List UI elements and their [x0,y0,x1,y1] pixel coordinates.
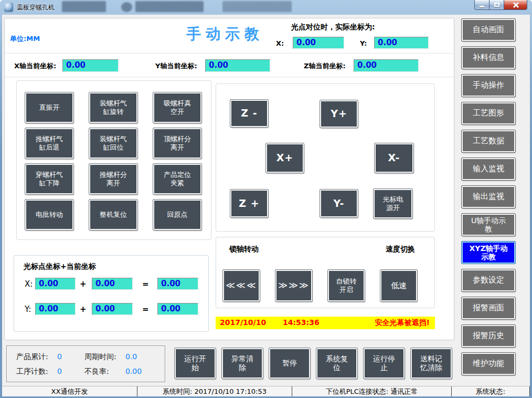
alarm-bar: 2017/10/10 14:53:36 安全光幕被遮挡! [216,317,435,329]
status-system-state: 系统状态: [452,386,530,396]
defect-rate-stat: 不良率:0.00 [84,367,142,376]
jog-z-plus-button[interactable]: Z + [230,190,268,217]
equals-sign: = [142,279,149,289]
screw-load-cylinder-rotate-button[interactable]: 装螺杆气 缸旋转 [89,92,137,123]
product-position-clamp-button[interactable]: 产品定位 夹紧 [153,164,201,194]
run-start-button[interactable]: 运行开 始 [175,348,216,379]
process-count-stat: 工序计数:0 [16,367,62,376]
top-screw-separate-open-button[interactable]: 顶螺杆分 离开 [153,128,201,159]
run-stop-button[interactable]: 运行停 止 [364,348,405,379]
product-total-label: 产品累计: [16,352,54,362]
screw-load-cylinder-return-button[interactable]: 装螺杆气 缸回位 [89,128,137,159]
sidebar-item-xyz-axis-teach[interactable]: XYZ轴手动 示教 [462,242,515,264]
electric-driver-rotate-button[interactable]: 电批转动 [25,200,73,230]
maximize-icon [494,3,499,7]
cursor-panel-title: 光标点坐标+当前坐标 [24,262,96,271]
screw-suction-vacuum-on-button[interactable]: 吸螺杆真 空开 [153,92,201,123]
cursor-coordinate-panel: 光标点坐标+当前坐标 X: 0.00 + 0.00 = 0.00 Y: 0.00… [14,255,209,332]
error-clear-button[interactable]: 异常清 除 [222,348,263,379]
z-axis-current-field: 0.00 [354,59,419,72]
minimize-button[interactable] [474,0,490,10]
cursor-y-a-field: 0.00 [35,303,76,315]
status-plc-connection: 下位机PLC连接状态: 通讯正常 [292,386,452,396]
cursor-y-b-field: 0.00 [92,303,133,315]
cycle-time-value: 0.0 [125,352,137,361]
close-icon [513,2,519,8]
manual-teach-panel: 单位:MM 手动示教 光点对位时，实际坐标为: X: 0.00 Y: 0.00 … [4,18,454,340]
cursor-x-b-field: 0.00 [92,278,133,290]
divider [5,53,454,54]
cycle-time-stat: 周期时间:0.0 [84,352,137,362]
self-lock-toggle-button[interactable]: 自锁转 开启 [328,270,365,301]
titlebar-ghost [135,1,204,12]
cursor-x-label: X: [25,279,33,289]
lock-axis-right-button[interactable]: ≫≫≫ [275,270,312,301]
plus-sign: + [80,279,87,289]
status-developer: XX通信开发 [2,386,137,396]
x-axis-current-label: X轴当前坐标: [14,61,56,71]
titlebar-ghost [62,1,106,12]
titlebar[interactable]: 盖板穿螺孔机 [0,0,532,15]
cursor-power-on-button[interactable]: 光标电 源开 [374,189,412,218]
lock-axis-title: 锁轴转动 [229,245,259,254]
sidebar-item-alarm-screen[interactable]: 报警画面 [462,297,515,319]
y-actual-field: 0.00 [374,37,429,49]
jog-y-minus-button[interactable]: Y- [320,190,358,217]
plus-sign: + [80,305,87,314]
straight-vibrator-on-button[interactable]: 直振开 [25,92,73,123]
sidebar-item-alarm-history[interactable]: 报警历史 [462,325,515,347]
sidebar-item-maintenance[interactable]: 维护功能 [462,353,515,375]
thread-screw-cylinder-down-button[interactable]: 穿螺杆气 缸下降 [25,164,73,194]
maximize-button[interactable] [490,0,504,10]
sidebar-item-output-monitor[interactable]: 输出监视 [462,186,515,208]
sidebar-item-process-data[interactable]: 工艺数据 [462,130,515,152]
alarm-message: 安全光幕被遮挡! [375,318,430,328]
minimize-icon [480,6,484,7]
defect-rate-value: 0.00 [125,367,142,375]
sidebar-item-u-axis-teach[interactable]: U轴手动示 教 [462,214,515,236]
sidebar-item-process-graphic[interactable]: 工艺图形 [462,102,515,124]
jog-panel: Z - Y+ X+ X- Z + Y- 光标电 源开 [216,83,435,232]
io-button-grid: 直振开 装螺杆气 缸旋转 吸螺杆真 空开 推螺杆气 缸后退 装螺杆气 缸回位 顶… [16,80,211,240]
window-title: 盖板穿螺孔机 [17,3,55,12]
production-stats-box: 产品累计:0 周期时间:0.0 工序计数:0 不良率:0.00 [6,345,165,382]
alarm-time: 14:53:36 [283,318,320,327]
return-origin-button[interactable]: 回原点 [153,200,201,230]
sidebar-item-input-monitor[interactable]: 输入监视 [462,158,515,180]
machine-reset-button[interactable]: 整机复位 [89,200,137,230]
app-window: 盖板穿螺孔机 单位:MM 手动示教 光点对位时，实际坐标为: X: 0.00 Y… [0,0,532,398]
jog-x-minus-button[interactable]: X- [375,143,413,173]
z-axis-current-label: Z轴当前坐标: [304,61,346,71]
cursor-x-a-field: 0.00 [35,278,76,290]
product-total-value: 0 [57,352,62,361]
sidebar-item-parameter-setting[interactable]: 参数设定 [462,269,515,291]
cursor-y-label: Y: [25,305,31,314]
lock-axis-panel: 锁轴转动 速度切换 ≪≪≪ ≫≫≫ 自锁转 开启 低速 [216,237,435,308]
jog-y-plus-button[interactable]: Y+ [320,100,358,128]
close-button[interactable] [504,0,527,10]
process-count-value: 0 [57,367,62,375]
push-screw-cylinder-back-button[interactable]: 推螺杆气 缸后退 [25,128,73,159]
sidebar-item-refill-info[interactable]: 补料信息 [462,47,515,69]
cursor-y-sum-field: 0.00 [157,303,198,315]
window-controls [474,0,527,10]
sidebar-item-auto-screen[interactable]: 自动画面 [462,19,515,41]
equals-sign: = [142,305,149,314]
lock-axis-left-button[interactable]: ≪≪≪ [223,270,260,301]
feed-memory-clear-button[interactable]: 送料记 忆清除 [411,348,452,379]
cursor-x-sum-field: 0.00 [157,278,198,290]
jog-x-plus-button[interactable]: X+ [266,143,304,173]
defect-rate-label: 不良率: [84,367,122,376]
system-reset-button[interactable]: 系统复 位 [316,348,357,379]
push-screw-separate-open-button[interactable]: 推螺杆分 离开 [89,164,137,194]
titlebar-ghost [121,2,132,12]
y-axis-current-label: Y轴当前坐标: [155,61,197,71]
app-icon [4,3,13,12]
x-actual-field: 0.00 [293,37,344,49]
product-total-stat: 产品累计:0 [16,352,62,362]
jog-z-minus-button[interactable]: Z - [230,100,268,127]
pause-button[interactable]: 暂停 [269,348,310,379]
speed-toggle-button[interactable]: 低速 [380,270,417,301]
titlebar-ghost [222,1,292,12]
sidebar-item-manual-operation[interactable]: 手动操作 [462,75,515,97]
